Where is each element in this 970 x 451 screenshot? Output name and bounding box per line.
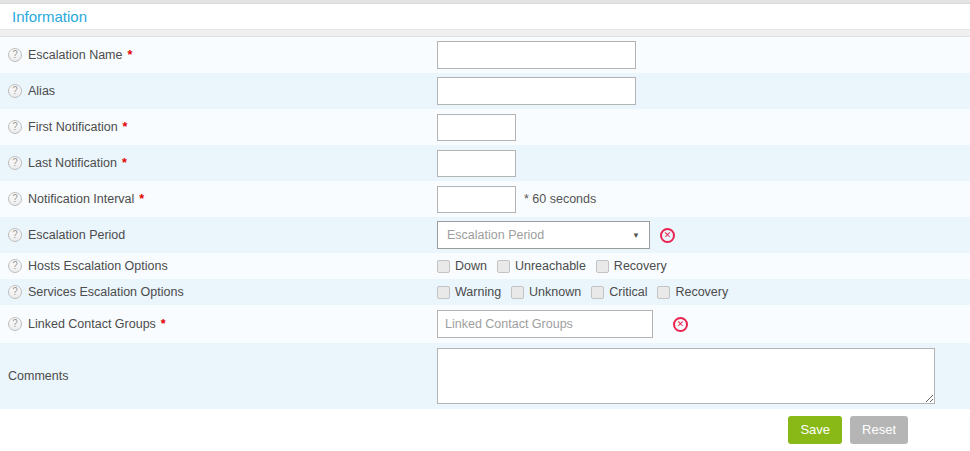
escalation-form-panel: Information ? Escalation Name * ? Alias … — [0, 0, 970, 451]
label-cell-escalation-period: ? Escalation Period — [0, 228, 437, 242]
comments-textarea[interactable] — [437, 348, 935, 404]
panel-header: Information — [0, 4, 970, 29]
first-notification-label: First Notification — [28, 120, 118, 134]
reset-button[interactable]: Reset — [850, 416, 908, 444]
hosts-options-label: Hosts Escalation Options — [28, 259, 168, 273]
row-notification-interval: ? Notification Interval * * 60 seconds — [0, 181, 970, 217]
services-options-group: Warning Unknown Critical Recovery — [437, 285, 970, 299]
hosts-options-group: Down Unreachable Recovery — [437, 259, 970, 273]
services-options-label: Services Escalation Options — [28, 285, 184, 299]
field-cell-escalation-period: Escalation Period ▼ ✕ — [437, 221, 970, 249]
help-icon[interactable]: ? — [8, 48, 22, 62]
interval-unit-hint: * 60 seconds — [524, 192, 596, 206]
label-cell-comments: Comments — [0, 369, 437, 383]
row-escalation-period: ? Escalation Period Escalation Period ▼ … — [0, 217, 970, 253]
notification-interval-input[interactable] — [437, 186, 516, 213]
checkbox-unreachable[interactable]: Unreachable — [497, 259, 586, 273]
required-asterisk: * — [139, 192, 144, 206]
label-cell-notification-interval: ? Notification Interval * — [0, 192, 437, 206]
field-cell-escalation-name — [437, 41, 970, 69]
linked-contact-groups-input[interactable] — [437, 310, 653, 338]
field-cell-alias — [437, 77, 970, 105]
label-cell-linked-contact-groups: ? Linked Contact Groups * — [0, 317, 437, 331]
checkbox-recovery-hosts[interactable]: Recovery — [596, 259, 667, 273]
checkbox-unreachable-label: Unreachable — [515, 259, 586, 273]
checkbox-icon[interactable] — [591, 286, 604, 299]
notification-interval-label: Notification Interval — [28, 192, 134, 206]
label-cell-escalation-name: ? Escalation Name * — [0, 48, 437, 62]
checkbox-down[interactable]: Down — [437, 259, 487, 273]
field-cell-comments — [437, 348, 970, 404]
last-notification-label: Last Notification — [28, 156, 117, 170]
label-cell-hosts-options: ? Hosts Escalation Options — [0, 259, 437, 273]
escalation-period-label: Escalation Period — [28, 228, 125, 242]
row-hosts-escalation-options: ? Hosts Escalation Options Down Unreacha… — [0, 253, 970, 279]
row-first-notification: ? First Notification * — [0, 109, 970, 145]
checkbox-icon[interactable] — [497, 260, 510, 273]
checkbox-icon[interactable] — [596, 260, 609, 273]
label-cell-first-notification: ? First Notification * — [0, 120, 437, 134]
checkbox-recovery-hosts-label: Recovery — [614, 259, 667, 273]
checkbox-down-label: Down — [455, 259, 487, 273]
linked-contact-groups-label: Linked Contact Groups — [28, 317, 156, 331]
comments-label: Comments — [8, 369, 68, 383]
required-asterisk: * — [123, 120, 128, 134]
required-asterisk: * — [122, 156, 127, 170]
field-cell-notification-interval: * 60 seconds — [437, 186, 970, 213]
alias-input[interactable] — [437, 77, 636, 105]
escalation-name-input[interactable] — [437, 41, 636, 69]
last-notification-input[interactable] — [437, 150, 516, 177]
checkbox-critical-label: Critical — [609, 285, 647, 299]
escalation-period-select[interactable]: Escalation Period ▼ — [437, 221, 650, 249]
help-icon[interactable]: ? — [8, 156, 22, 170]
escalation-name-label: Escalation Name — [28, 48, 123, 62]
label-cell-alias: ? Alias — [0, 84, 437, 98]
first-notification-input[interactable] — [437, 114, 516, 141]
chevron-down-icon: ▼ — [632, 231, 640, 240]
row-linked-contact-groups: ? Linked Contact Groups * ✕ — [0, 305, 970, 343]
row-comments: Comments — [0, 343, 970, 409]
checkbox-icon[interactable] — [437, 286, 450, 299]
checkbox-icon[interactable] — [511, 286, 524, 299]
help-icon[interactable]: ? — [8, 259, 22, 273]
checkbox-recovery-services-label: Recovery — [675, 285, 728, 299]
alias-label: Alias — [28, 84, 55, 98]
help-icon[interactable]: ? — [8, 84, 22, 98]
checkbox-warning[interactable]: Warning — [437, 285, 501, 299]
required-asterisk: * — [161, 317, 166, 331]
escalation-period-placeholder: Escalation Period — [447, 228, 544, 242]
field-cell-linked-contact-groups: ✕ — [437, 310, 970, 338]
clear-escalation-period-icon[interactable]: ✕ — [660, 228, 675, 243]
checkbox-recovery-services[interactable]: Recovery — [657, 285, 728, 299]
help-icon[interactable]: ? — [8, 285, 22, 299]
help-icon[interactable]: ? — [8, 228, 22, 242]
help-icon[interactable]: ? — [8, 192, 22, 206]
checkbox-icon[interactable] — [437, 260, 450, 273]
checkbox-unknown-label: Unknown — [529, 285, 581, 299]
label-cell-last-notification: ? Last Notification * — [0, 156, 437, 170]
checkbox-unknown[interactable]: Unknown — [511, 285, 581, 299]
checkbox-icon[interactable] — [657, 286, 670, 299]
help-icon[interactable]: ? — [8, 317, 22, 331]
form-footer: Save Reset — [0, 409, 970, 450]
checkbox-critical[interactable]: Critical — [591, 285, 647, 299]
save-button[interactable]: Save — [788, 416, 842, 444]
row-last-notification: ? Last Notification * — [0, 145, 970, 181]
checkbox-warning-label: Warning — [455, 285, 501, 299]
required-asterisk: * — [128, 48, 133, 62]
row-alias: ? Alias — [0, 73, 970, 109]
page-title: Information — [12, 8, 87, 25]
field-cell-first-notification — [437, 114, 970, 141]
row-escalation-name: ? Escalation Name * — [0, 37, 970, 73]
help-icon[interactable]: ? — [8, 120, 22, 134]
row-services-escalation-options: ? Services Escalation Options Warning Un… — [0, 279, 970, 305]
clear-linked-contact-groups-icon[interactable]: ✕ — [673, 317, 688, 332]
field-cell-last-notification — [437, 150, 970, 177]
header-divider — [0, 29, 970, 37]
label-cell-services-options: ? Services Escalation Options — [0, 285, 437, 299]
